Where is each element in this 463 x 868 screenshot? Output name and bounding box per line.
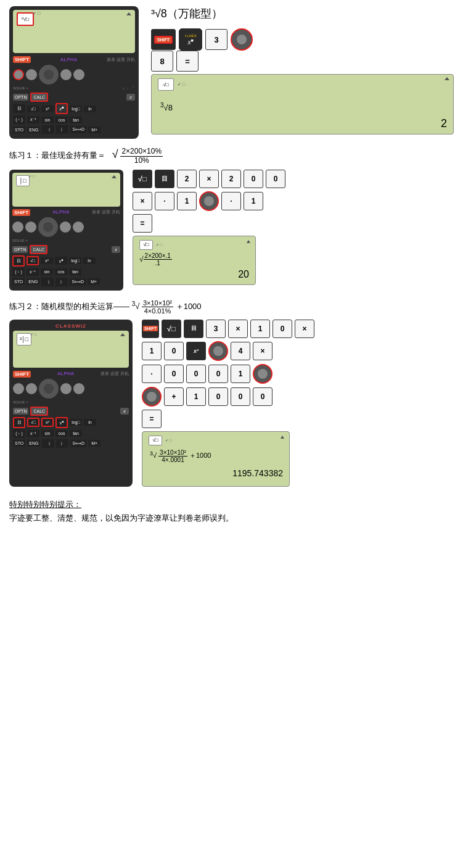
btn-shift-key[interactable]	[13, 69, 24, 80]
ex2-open[interactable]: （	[42, 439, 54, 448]
ex1-btn3[interactable]	[60, 221, 71, 233]
kb-eq-ex1[interactable]: =	[133, 214, 152, 233]
ex1-sqrt-btn[interactable]: √□	[27, 256, 39, 265]
kb-0h-ex2[interactable]: 0	[253, 387, 272, 406]
kb-1-ex2[interactable]: 1	[250, 320, 270, 338]
kb-x3-ex2[interactable]: ×	[253, 342, 272, 360]
btn-frac[interactable]: 目	[13, 104, 25, 113]
kb-sqrt-ex1[interactable]: √□	[133, 170, 152, 188]
ex1-close[interactable]: ）	[55, 278, 68, 286]
btn-x-inv[interactable]: x⁻¹	[27, 116, 39, 123]
btn-optn[interactable]: OPTN	[13, 94, 28, 101]
ex2-sin[interactable]: sin	[41, 430, 54, 437]
kb-0-ex2[interactable]: 0	[272, 320, 292, 338]
kb-1b-ex2[interactable]: 1	[142, 342, 162, 360]
key-nav-right[interactable]	[231, 28, 253, 51]
ex1-neg[interactable]: (－)	[12, 268, 25, 276]
ex1-calc[interactable]: CALC	[30, 245, 47, 254]
btn-cos[interactable]: cos	[55, 117, 68, 123]
ex1-x2[interactable]: x²	[41, 257, 53, 264]
kb-plus-ex2[interactable]: +	[164, 387, 184, 406]
kb-eq-ex2[interactable]: =	[142, 410, 162, 428]
ex2-cos[interactable]: cos	[55, 430, 68, 437]
ex2-nav-c[interactable]	[44, 384, 54, 394]
kb-x-ex2[interactable]: ×	[228, 320, 248, 338]
ex2-btn1[interactable]	[13, 383, 24, 394]
ex2-neg[interactable]: (－)	[13, 429, 25, 438]
ex2-sqrt-btn[interactable]: √□	[27, 418, 39, 427]
kb-x2-ex2[interactable]: ×	[295, 320, 314, 338]
btn-log[interactable]: log□	[70, 105, 82, 112]
ex1-sd[interactable]: S⟺D	[70, 278, 86, 286]
kb-nav-ex2b[interactable]	[253, 364, 272, 384]
ex1-sto[interactable]: STO	[12, 278, 25, 285]
kb-0b-ex2[interactable]: 0	[164, 342, 184, 360]
kb-0a-ex1[interactable]: 0	[244, 170, 263, 188]
btn-eng[interactable]: ENG	[27, 126, 40, 133]
ex1-xinv[interactable]: x⁻¹	[27, 268, 39, 276]
ex2-sd[interactable]: S⟺D	[70, 440, 86, 447]
ex1-btn4[interactable]	[73, 221, 84, 233]
ex1-x[interactable]: x	[112, 246, 120, 253]
kb-1c-ex2[interactable]: 1	[231, 365, 250, 383]
ex1-btn2[interactable]	[25, 221, 36, 233]
ex2-nav[interactable]	[39, 379, 59, 399]
kb-dot-ex2[interactable]: ·	[142, 365, 162, 383]
kb-x2-btn-ex2[interactable]: x²	[186, 342, 206, 360]
kb-frac-ex1[interactable]: 目	[155, 170, 174, 188]
btn-calc[interactable]: CALC	[30, 93, 48, 102]
ex2-sto[interactable]: STO	[13, 440, 25, 447]
kb-dot2-ex1[interactable]: ·	[221, 192, 241, 210]
kb-0c-ex2[interactable]: 0	[164, 365, 184, 383]
kb-nav-ex2a[interactable]	[208, 341, 228, 361]
kb-times1-ex1[interactable]: ×	[199, 170, 219, 188]
nav-center[interactable]	[44, 70, 54, 80]
ex1-tan[interactable]: tan	[69, 268, 81, 275]
ex1-xn[interactable]: x■	[55, 257, 67, 265]
btn-open[interactable]: （	[42, 125, 54, 134]
btn-nav-key[interactable]	[39, 65, 59, 85]
ex2-close[interactable]: ）	[56, 439, 68, 448]
kb-0g-ex2[interactable]: 0	[231, 387, 250, 406]
ex1-eng[interactable]: ENG	[27, 278, 39, 285]
key-8[interactable]: 8	[151, 51, 173, 72]
ex1-frac-btn[interactable]: 目	[12, 255, 25, 267]
btn-neg[interactable]: (－)	[13, 115, 25, 124]
ex2-x[interactable]: x	[120, 408, 129, 415]
kb-1b-ex1[interactable]: 1	[244, 192, 263, 210]
btn-x2[interactable]: x²	[41, 105, 54, 112]
ex2-ln[interactable]: ln	[84, 419, 96, 426]
btn-sd[interactable]: S⟺D	[70, 126, 86, 133]
kb-times2-ex1[interactable]: ×	[133, 192, 152, 210]
kb-1d-ex2[interactable]: 1	[186, 387, 206, 406]
key-3[interactable]: 3	[205, 29, 227, 50]
kb-2a-ex1[interactable]: 2	[177, 170, 197, 188]
ex1-cos[interactable]: cos	[55, 268, 67, 275]
ex2-btn3[interactable]	[60, 383, 72, 394]
ex2-log[interactable]: log□	[70, 419, 82, 426]
ex2-tan[interactable]: tan	[70, 430, 82, 437]
ex1-sin[interactable]: sin	[41, 268, 53, 275]
kb-0b-ex1[interactable]: 0	[266, 170, 285, 188]
ex2-optn[interactable]: OPTN	[13, 408, 28, 415]
btn-sin[interactable]: sin	[41, 117, 54, 123]
ex1-mp[interactable]: M+	[88, 278, 100, 285]
btn-tan[interactable]: tan	[70, 117, 82, 123]
btn-x[interactable]: x	[126, 94, 135, 101]
kb-0f-ex2[interactable]: 0	[208, 387, 228, 406]
kb-nav-ex2c[interactable]	[142, 387, 162, 407]
ex1-optn[interactable]: OPTN	[12, 246, 28, 253]
key-shift[interactable]: SHIFT	[151, 29, 176, 50]
key-equals[interactable]: =	[176, 51, 199, 72]
btn-extra1[interactable]	[60, 69, 72, 80]
ex1-open[interactable]: （	[41, 278, 54, 286]
ex2-xn-btn[interactable]: x■	[55, 417, 68, 428]
ex1-nav[interactable]	[38, 217, 58, 237]
ex1-nav-center[interactable]	[43, 222, 53, 232]
kb-1a-ex1[interactable]: 1	[177, 192, 197, 210]
kb-nav-ex1[interactable]	[199, 191, 219, 211]
kb-0d-ex2[interactable]: 0	[186, 365, 206, 383]
ex2-btn2[interactable]	[26, 383, 37, 394]
ex1-log[interactable]: log□	[69, 257, 81, 264]
ex2-frac-btn[interactable]: 目	[13, 417, 25, 428]
